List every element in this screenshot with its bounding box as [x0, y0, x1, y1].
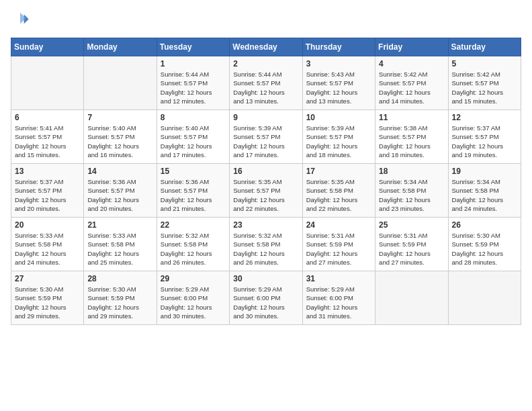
weekday-header-row: SundayMondayTuesdayWednesdayThursdayFrid…: [11, 38, 521, 56]
calendar-week-5: 27Sunrise: 5:30 AM Sunset: 5:59 PM Dayli…: [11, 271, 521, 325]
day-number: 4: [379, 59, 444, 68]
day-info: Sunrise: 5:31 AM Sunset: 5:59 PM Dayligh…: [379, 231, 444, 267]
day-info: Sunrise: 5:38 AM Sunset: 5:57 PM Dayligh…: [379, 124, 444, 159]
calendar-cell: 4Sunrise: 5:42 AM Sunset: 5:57 PM Daylig…: [375, 56, 448, 110]
weekday-header-tuesday: Tuesday: [157, 38, 229, 56]
day-number: 5: [452, 59, 517, 68]
day-info: Sunrise: 5:37 AM Sunset: 5:57 PM Dayligh…: [15, 177, 80, 213]
day-info: Sunrise: 5:35 AM Sunset: 5:58 PM Dayligh…: [306, 177, 371, 213]
logo-icon: [11, 11, 30, 30]
weekday-header-wednesday: Wednesday: [230, 38, 302, 56]
day-number: 30: [233, 274, 298, 283]
calendar-cell: 6Sunrise: 5:41 AM Sunset: 5:57 PM Daylig…: [11, 110, 84, 164]
calendar-cell: 29Sunrise: 5:29 AM Sunset: 6:00 PM Dayli…: [157, 271, 229, 325]
calendar-cell: 19Sunrise: 5:34 AM Sunset: 5:58 PM Dayli…: [448, 164, 521, 218]
calendar-cell: 2Sunrise: 5:44 AM Sunset: 5:57 PM Daylig…: [230, 56, 302, 110]
calendar-cell: 22Sunrise: 5:32 AM Sunset: 5:58 PM Dayli…: [157, 218, 229, 271]
day-info: Sunrise: 5:43 AM Sunset: 5:57 PM Dayligh…: [306, 70, 371, 105]
day-number: 24: [306, 220, 371, 230]
calendar-cell: 5Sunrise: 5:42 AM Sunset: 5:57 PM Daylig…: [448, 56, 521, 110]
calendar-week-1: 1Sunrise: 5:44 AM Sunset: 5:57 PM Daylig…: [11, 56, 521, 110]
day-number: 13: [15, 167, 80, 176]
calendar-cell: 16Sunrise: 5:35 AM Sunset: 5:57 PM Dayli…: [230, 164, 302, 218]
calendar-cell: 1Sunrise: 5:44 AM Sunset: 5:57 PM Daylig…: [157, 56, 229, 110]
calendar-cell: 14Sunrise: 5:36 AM Sunset: 5:57 PM Dayli…: [84, 164, 157, 218]
calendar-cell: 20Sunrise: 5:33 AM Sunset: 5:58 PM Dayli…: [11, 218, 84, 271]
calendar-cell: [84, 56, 157, 110]
day-info: Sunrise: 5:39 AM Sunset: 5:57 PM Dayligh…: [306, 124, 371, 159]
calendar-cell: 11Sunrise: 5:38 AM Sunset: 5:57 PM Dayli…: [375, 110, 448, 164]
day-number: 31: [306, 274, 371, 283]
day-info: Sunrise: 5:44 AM Sunset: 5:57 PM Dayligh…: [233, 70, 298, 105]
day-info: Sunrise: 5:29 AM Sunset: 6:00 PM Dayligh…: [161, 285, 226, 320]
day-number: 27: [15, 274, 80, 283]
calendar-cell: 13Sunrise: 5:37 AM Sunset: 5:57 PM Dayli…: [11, 164, 84, 218]
day-number: 21: [87, 220, 152, 230]
calendar-cell: 3Sunrise: 5:43 AM Sunset: 5:57 PM Daylig…: [302, 56, 375, 110]
calendar-week-3: 13Sunrise: 5:37 AM Sunset: 5:57 PM Dayli…: [11, 164, 521, 218]
day-info: Sunrise: 5:30 AM Sunset: 5:59 PM Dayligh…: [87, 285, 152, 320]
day-number: 16: [233, 167, 298, 176]
calendar-week-2: 6Sunrise: 5:41 AM Sunset: 5:57 PM Daylig…: [11, 110, 521, 164]
day-info: Sunrise: 5:36 AM Sunset: 5:57 PM Dayligh…: [87, 177, 152, 213]
weekday-header-monday: Monday: [84, 38, 157, 56]
day-info: Sunrise: 5:31 AM Sunset: 5:59 PM Dayligh…: [306, 231, 371, 267]
calendar-cell: 30Sunrise: 5:29 AM Sunset: 6:00 PM Dayli…: [230, 271, 302, 325]
day-info: Sunrise: 5:29 AM Sunset: 6:00 PM Dayligh…: [233, 285, 298, 320]
day-number: 14: [87, 167, 152, 176]
day-info: Sunrise: 5:40 AM Sunset: 5:57 PM Dayligh…: [161, 124, 226, 159]
day-number: 28: [87, 274, 152, 283]
day-info: Sunrise: 5:30 AM Sunset: 5:59 PM Dayligh…: [452, 231, 517, 267]
weekday-header-thursday: Thursday: [302, 38, 375, 56]
calendar-cell: 18Sunrise: 5:34 AM Sunset: 5:58 PM Dayli…: [375, 164, 448, 218]
calendar-week-4: 20Sunrise: 5:33 AM Sunset: 5:58 PM Dayli…: [11, 218, 521, 271]
day-number: 18: [379, 167, 444, 176]
calendar-cell: 31Sunrise: 5:29 AM Sunset: 6:00 PM Dayli…: [302, 271, 375, 325]
day-info: Sunrise: 5:33 AM Sunset: 5:58 PM Dayligh…: [87, 231, 152, 267]
weekday-header-sunday: Sunday: [11, 38, 84, 56]
day-info: Sunrise: 5:33 AM Sunset: 5:58 PM Dayligh…: [15, 231, 80, 267]
day-number: 23: [233, 220, 298, 230]
calendar-cell: [448, 271, 521, 325]
day-number: 11: [379, 113, 444, 122]
calendar-cell: 8Sunrise: 5:40 AM Sunset: 5:57 PM Daylig…: [157, 110, 229, 164]
calendar-cell: 10Sunrise: 5:39 AM Sunset: 5:57 PM Dayli…: [302, 110, 375, 164]
calendar-cell: 15Sunrise: 5:36 AM Sunset: 5:57 PM Dayli…: [157, 164, 229, 218]
day-number: 12: [452, 113, 517, 122]
day-info: Sunrise: 5:42 AM Sunset: 5:57 PM Dayligh…: [452, 70, 517, 105]
day-info: Sunrise: 5:40 AM Sunset: 5:57 PM Dayligh…: [87, 124, 152, 159]
day-number: 3: [306, 59, 371, 68]
day-info: Sunrise: 5:32 AM Sunset: 5:58 PM Dayligh…: [161, 231, 226, 267]
day-number: 29: [161, 274, 226, 283]
day-number: 22: [161, 220, 226, 230]
page-header: [11, 11, 521, 30]
calendar-cell: 25Sunrise: 5:31 AM Sunset: 5:59 PM Dayli…: [375, 218, 448, 271]
day-info: Sunrise: 5:36 AM Sunset: 5:57 PM Dayligh…: [161, 177, 226, 213]
day-info: Sunrise: 5:35 AM Sunset: 5:57 PM Dayligh…: [233, 177, 298, 213]
day-number: 10: [306, 113, 371, 122]
day-number: 19: [452, 167, 517, 176]
day-info: Sunrise: 5:37 AM Sunset: 5:57 PM Dayligh…: [452, 124, 517, 159]
calendar-cell: [375, 271, 448, 325]
day-number: 26: [452, 220, 517, 230]
weekday-header-friday: Friday: [375, 38, 448, 56]
logo: [11, 11, 32, 30]
calendar-cell: 26Sunrise: 5:30 AM Sunset: 5:59 PM Dayli…: [448, 218, 521, 271]
day-info: Sunrise: 5:29 AM Sunset: 6:00 PM Dayligh…: [306, 285, 371, 320]
calendar: SundayMondayTuesdayWednesdayThursdayFrid…: [11, 38, 521, 325]
day-number: 8: [161, 113, 226, 122]
day-info: Sunrise: 5:42 AM Sunset: 5:57 PM Dayligh…: [379, 70, 444, 105]
day-number: 20: [15, 220, 80, 230]
day-info: Sunrise: 5:34 AM Sunset: 5:58 PM Dayligh…: [452, 177, 517, 213]
day-number: 9: [233, 113, 298, 122]
day-number: 6: [15, 113, 80, 122]
calendar-cell: 24Sunrise: 5:31 AM Sunset: 5:59 PM Dayli…: [302, 218, 375, 271]
day-number: 17: [306, 167, 371, 176]
calendar-cell: 28Sunrise: 5:30 AM Sunset: 5:59 PM Dayli…: [84, 271, 157, 325]
calendar-cell: 7Sunrise: 5:40 AM Sunset: 5:57 PM Daylig…: [84, 110, 157, 164]
calendar-cell: 23Sunrise: 5:32 AM Sunset: 5:58 PM Dayli…: [230, 218, 302, 271]
day-info: Sunrise: 5:41 AM Sunset: 5:57 PM Dayligh…: [15, 124, 80, 159]
day-info: Sunrise: 5:30 AM Sunset: 5:59 PM Dayligh…: [15, 285, 80, 320]
day-info: Sunrise: 5:32 AM Sunset: 5:58 PM Dayligh…: [233, 231, 298, 267]
day-info: Sunrise: 5:44 AM Sunset: 5:57 PM Dayligh…: [161, 70, 226, 105]
